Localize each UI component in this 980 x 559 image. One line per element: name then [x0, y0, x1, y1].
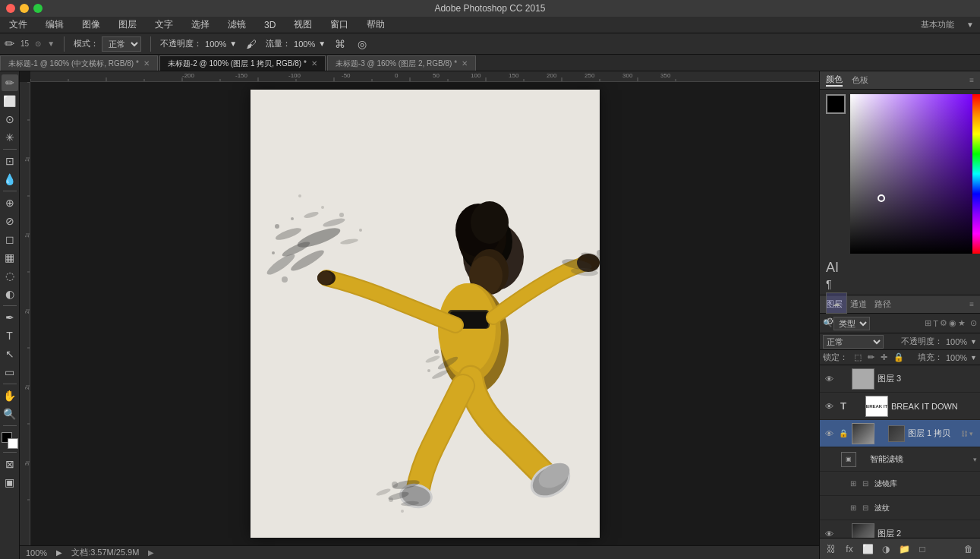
tool-eyedropper[interactable]: 💧	[2, 171, 18, 188]
layer-item-layer3[interactable]: 👁 图层 3	[820, 365, 980, 393]
opacity-label: 不透明度：	[160, 38, 202, 49]
maximize-button[interactable]	[33, 4, 43, 13]
tool-magic-wand[interactable]: ✳	[2, 129, 18, 146]
lock-transparent-icon[interactable]: ⬚	[854, 352, 862, 362]
color-panel-menu[interactable]: ≡	[969, 76, 974, 84]
zoom-level: 100%	[26, 548, 47, 557]
add-mask-icon[interactable]: ⬜	[861, 542, 874, 556]
pressure-icon[interactable]: ◎	[358, 38, 367, 50]
smart-filter-expand[interactable]: ▾	[973, 456, 977, 463]
paragraph-icon[interactable]: ¶	[826, 278, 974, 290]
sub-layer-filter-gallery[interactable]: ⊞ ⊟ 滤镜库	[820, 472, 980, 496]
tab-1-close[interactable]: ✕	[311, 59, 317, 68]
layer3-visibility[interactable]: 👁	[823, 373, 835, 385]
expand-icon[interactable]: ▾	[969, 430, 977, 437]
ai-label-icon[interactable]: AI	[826, 260, 974, 276]
tool-lasso[interactable]: ⊙	[2, 111, 18, 128]
color-gradient-main[interactable]	[850, 94, 974, 254]
menu-image[interactable]: 图像	[79, 17, 103, 33]
background-color[interactable]	[8, 438, 18, 449]
flow-value: 100%	[294, 39, 315, 49]
swatches-tab[interactable]: 色板	[852, 74, 868, 86]
tool-stamp[interactable]: ⊘	[2, 213, 18, 229]
color-tab[interactable]: 颜色	[826, 74, 843, 87]
airbrush-icon[interactable]: 🖌	[246, 38, 257, 50]
layer1copy-visibility[interactable]: 👁	[823, 428, 835, 440]
svg-text:0: 0	[395, 72, 399, 79]
menu-text[interactable]: 文字	[152, 17, 176, 33]
tool-pen[interactable]: ✒	[2, 309, 18, 326]
tool-heal[interactable]: ⊕	[2, 194, 18, 211]
close-button[interactable]	[6, 4, 15, 13]
menu-filter[interactable]: 滤镜	[225, 17, 249, 33]
tool-hand[interactable]: ✋	[2, 387, 18, 404]
tabs-bar: 未标题-1 @ 160% (中文横标, RGB/8) * ✕ 未标题-2 @ 1…	[0, 55, 980, 71]
new-layer-icon[interactable]: □	[915, 542, 929, 556]
tool-screen-mode[interactable]: ▣	[2, 474, 18, 491]
menu-window[interactable]: 窗口	[327, 17, 351, 33]
flow-arrow[interactable]: ▼	[318, 39, 326, 48]
opacity-chevron[interactable]: ▼	[970, 338, 977, 346]
doc-info-arrow[interactable]: ▶	[148, 548, 154, 557]
tool-gradient[interactable]: ▦	[2, 249, 18, 266]
tool-text[interactable]: T	[2, 327, 18, 344]
menu-view[interactable]: 视图	[291, 17, 315, 33]
menu-layer[interactable]: 图层	[115, 17, 140, 33]
effect-icon-1: ⊞	[850, 479, 856, 488]
effect-icon-2: ⊟	[862, 479, 868, 488]
layer2-name: 图层 2	[878, 528, 977, 538]
lock-image-icon[interactable]: ✏	[868, 352, 874, 362]
workspace-selector[interactable]: 基本功能	[921, 19, 954, 30]
settings-icon[interactable]: ⚙	[826, 316, 974, 327]
menu-select[interactable]: 选择	[188, 17, 213, 33]
hue-bar-vertical[interactable]	[972, 94, 980, 254]
brush-presets-icon[interactable]: ▼	[47, 39, 55, 48]
new-group-icon[interactable]: 📁	[897, 542, 911, 556]
tool-path-select[interactable]: ↖	[2, 346, 18, 362]
sub-layer-ripple[interactable]: ⊞ ⊟ 波纹	[820, 496, 980, 520]
layer-item-layer1-copy[interactable]: 👁 🔒 图层 1 拷贝 ⛓ ▾	[820, 420, 980, 447]
lock-move-icon[interactable]: ✛	[881, 352, 887, 362]
delete-layer-icon[interactable]: 🗑	[962, 542, 975, 556]
creative-cloud-icon[interactable]: ☁	[826, 292, 847, 314]
ripple-icon-2: ⊟	[862, 504, 868, 512]
tool-eraser[interactable]: ◻	[2, 231, 18, 248]
tool-colors[interactable]	[2, 432, 18, 449]
smooth-icon[interactable]: ⌘	[335, 38, 345, 50]
lock-all-icon[interactable]: 🔒	[893, 352, 904, 362]
fill-chevron[interactable]: ▼	[970, 354, 977, 362]
tab-1[interactable]: 未标题-2 @ 100% (图层 1 拷贝, RGB/8) * ✕	[159, 55, 326, 71]
break-visibility[interactable]: 👁	[823, 400, 835, 412]
menu-edit[interactable]: 编辑	[43, 17, 67, 33]
tool-marquee[interactable]: ⬜	[2, 93, 18, 109]
menu-file[interactable]: 文件	[6, 17, 30, 33]
minimize-button[interactable]	[20, 4, 29, 13]
tool-blur[interactable]: ◌	[2, 267, 18, 284]
foreground-swatch[interactable]	[826, 94, 846, 114]
layer-styles-icon[interactable]: fx	[843, 542, 856, 556]
layer-item-layer2[interactable]: 👁 图层 2	[820, 520, 980, 538]
blend-mode-select[interactable]: 正常	[823, 335, 884, 349]
tool-brush[interactable]: ✏	[2, 74, 18, 91]
tab-2[interactable]: 未标题-3 @ 160% (图层 2, RGB/8) * ✕	[327, 55, 476, 71]
opacity-arrow[interactable]: ▼	[229, 39, 237, 48]
tab-2-close[interactable]: ✕	[462, 59, 468, 68]
layer2-visibility[interactable]: 👁	[823, 528, 835, 538]
adjustment-layer-icon[interactable]: ◑	[879, 542, 893, 556]
tool-crop[interactable]: ⊡	[2, 153, 18, 169]
tool-zoom[interactable]: 🔍	[2, 406, 18, 422]
workspace-chevron[interactable]: ▼	[966, 21, 974, 29]
menu-help[interactable]: 帮助	[364, 17, 388, 33]
layers-list[interactable]: 👁 图层 3 👁 T BREAK IT BREAK IT DOWN	[820, 365, 980, 538]
link-layers-icon[interactable]: ⛓	[824, 542, 838, 556]
tab-0[interactable]: 未标题-1 @ 160% (中文横标, RGB/8) * ✕	[0, 55, 158, 71]
mode-select[interactable]: 正常	[102, 36, 141, 52]
tool-mode-toggle[interactable]: ⊠	[2, 456, 18, 472]
tab-0-close[interactable]: ✕	[143, 59, 150, 68]
tool-dodge[interactable]: ◐	[2, 286, 18, 302]
canvas-main[interactable]	[30, 82, 819, 545]
layer-item-break-it-down[interactable]: 👁 T BREAK IT BREAK IT DOWN	[820, 393, 980, 420]
menu-3d[interactable]: 3D	[261, 18, 279, 32]
sub-layer-smart-filter[interactable]: ▣ 智能滤镜 ▾	[820, 447, 980, 472]
tool-shape[interactable]: ▭	[2, 364, 18, 381]
